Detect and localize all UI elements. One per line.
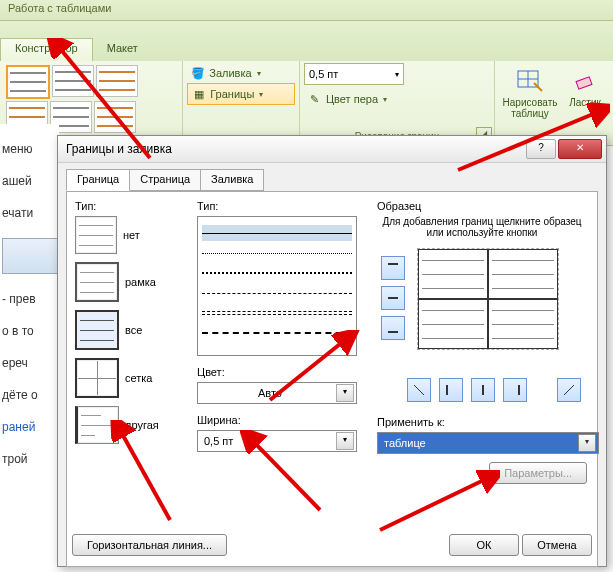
tab-layout[interactable]: Макет <box>93 39 153 61</box>
apply-label: Применить к: <box>377 416 587 428</box>
chevron-down-icon: ▾ <box>336 384 354 402</box>
borders-icon: ▦ <box>191 86 207 102</box>
group-draw-borders: 0,5 пт▾ ✎ Цвет пера Рисование границ ◢ <box>300 61 495 145</box>
group-draw-tools: Нарисовать таблицу Ластик <box>495 61 613 145</box>
border-right-toggle[interactable] <box>503 378 527 402</box>
dialog-tabs: Граница Страница Заливка <box>58 163 606 191</box>
line-weight-combo[interactable]: 0,5 пт▾ <box>304 63 404 85</box>
tab-design[interactable]: Конструктор <box>0 38 93 61</box>
tab-border[interactable]: Граница <box>66 169 130 191</box>
svg-rect-3 <box>576 77 592 89</box>
borders-shading-dialog: Границы и заливка ? ✕ Граница Страница З… <box>57 135 607 567</box>
preview-label: Образец <box>377 200 587 212</box>
preset-grid[interactable]: сетка <box>75 358 185 398</box>
close-button[interactable]: ✕ <box>558 139 602 159</box>
pen-color-button[interactable]: ✎ Цвет пера <box>304 89 404 109</box>
width-combo[interactable]: 0,5 пт ▾ <box>197 430 357 452</box>
style-thumb[interactable] <box>96 65 138 97</box>
ribbon-content: ц 🪣 Заливка ▦ Границы 0,5 пт▾ ✎ Цвет пер… <box>0 61 613 146</box>
color-label: Цвет: <box>197 366 357 378</box>
dialog-titlebar[interactable]: Границы и заливка ? ✕ <box>58 136 606 163</box>
eraser-button[interactable]: Ластик <box>561 65 609 110</box>
eraser-icon <box>569 67 601 95</box>
border-diag-up-toggle[interactable] <box>557 378 581 402</box>
draw-table-button[interactable]: Нарисовать таблицу <box>499 65 561 121</box>
border-diag-down-toggle[interactable] <box>407 378 431 402</box>
help-button[interactable]: ? <box>526 139 556 159</box>
style-column: Тип: Цвет: Авто ▾ Ширина: 0,5 пт ▾ <box>197 200 357 452</box>
presets-column: Тип: нет рамка все сетка другая <box>75 200 185 452</box>
ribbon-context-tabs: Работа с таблицами <box>0 0 613 21</box>
ribbon-tab-row: Конструктор Макет <box>0 21 613 61</box>
horizontal-line-button[interactable]: Горизонтальная линия... <box>72 534 227 556</box>
ok-button[interactable]: ОК <box>449 534 519 556</box>
document-background: меню ашей ечати - прев о в то ереч дёте … <box>0 124 59 572</box>
dialog-panel: Тип: нет рамка все сетка другая <box>66 191 598 567</box>
cancel-button[interactable]: Отмена <box>522 534 592 556</box>
tab-shading[interactable]: Заливка <box>200 169 264 191</box>
color-combo[interactable]: Авто ▾ <box>197 382 357 404</box>
preview-hint: Для добавления границ щелкните образец и… <box>377 216 587 238</box>
style-thumb[interactable] <box>6 65 50 99</box>
border-top-toggle[interactable] <box>381 256 405 280</box>
svg-line-11 <box>564 385 574 395</box>
chevron-down-icon: ▾ <box>578 434 596 452</box>
preset-all[interactable]: все <box>75 310 185 350</box>
pen-icon: ✎ <box>307 91 323 107</box>
border-bottom-toggle[interactable] <box>381 316 405 340</box>
preset-custom[interactable]: другая <box>75 406 185 444</box>
style-thumb[interactable] <box>52 65 94 97</box>
border-left-toggle[interactable] <box>439 378 463 402</box>
style-label: Тип: <box>197 200 357 212</box>
draw-table-icon <box>514 67 546 95</box>
shading-button[interactable]: 🪣 Заливка <box>187 63 295 83</box>
type-label: Тип: <box>75 200 185 212</box>
width-label: Ширина: <box>197 414 357 426</box>
svg-line-7 <box>414 385 424 395</box>
apply-to-combo[interactable]: таблице ▾ <box>377 432 599 454</box>
border-vmiddle-toggle[interactable] <box>471 378 495 402</box>
context-title: Работа с таблицами <box>0 0 119 24</box>
border-hmiddle-toggle[interactable] <box>381 286 405 310</box>
group-shading-borders: 🪣 Заливка ▦ Границы <box>183 61 300 145</box>
tab-page[interactable]: Страница <box>129 169 201 191</box>
preview-column: Образец Для добавления границ щелкните о… <box>377 200 587 484</box>
options-button: Параметры... <box>489 462 587 484</box>
paint-bucket-icon: 🪣 <box>190 65 206 81</box>
dialog-footer: Горизонтальная линия... ОК Отмена <box>72 534 592 556</box>
borders-button[interactable]: ▦ Границы <box>187 83 295 105</box>
line-style-list[interactable] <box>197 216 357 356</box>
preview-diagram[interactable] <box>417 248 559 350</box>
dialog-title: Границы и заливка <box>62 142 524 156</box>
preset-none[interactable]: нет <box>75 216 185 254</box>
style-thumb[interactable] <box>94 101 136 133</box>
chevron-down-icon: ▾ <box>336 432 354 450</box>
preset-box[interactable]: рамка <box>75 262 185 302</box>
